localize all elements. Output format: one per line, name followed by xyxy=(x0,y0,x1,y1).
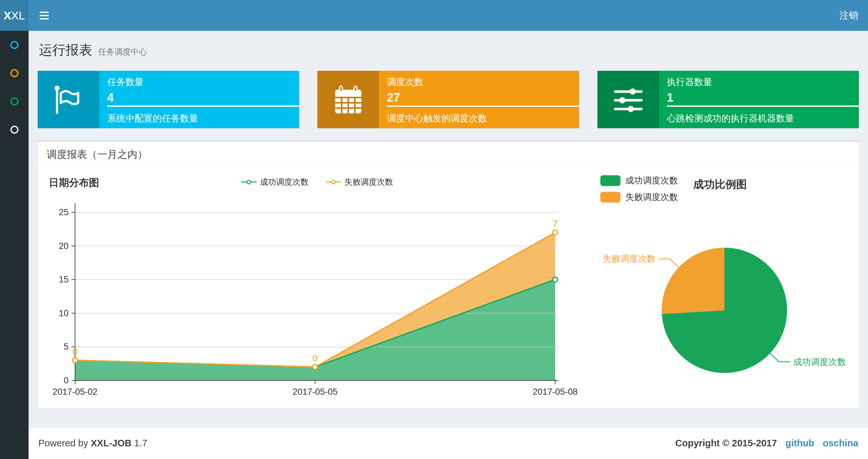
circle-icon xyxy=(10,41,19,49)
pie-slice-label: 失败调度次数 xyxy=(603,254,655,264)
legend-item[interactable]: 失败调度次数 xyxy=(600,191,678,203)
y-tick-label: 25 xyxy=(59,207,68,217)
sidebar-item[interactable] xyxy=(0,116,29,144)
footer: Powered by XXL-JOB 1.7 Copyright © 2015-… xyxy=(29,427,868,459)
pie-slice[interactable] xyxy=(662,248,724,314)
sidebar xyxy=(0,31,29,459)
product-name: XXL-JOB xyxy=(91,438,131,448)
fail-point-label: 0 xyxy=(312,353,318,363)
info-box-content: 任务数量4系统中配置的任务数量 xyxy=(99,71,299,128)
fail-point-label: 7 xyxy=(553,219,558,229)
info-box-label: 任务数量 xyxy=(107,76,299,88)
app-logo-bold: X xyxy=(4,9,11,22)
info-box: 执行器数量1心跳检测成功的执行器机器数量 xyxy=(597,71,859,128)
y-tick-label: 5 xyxy=(64,342,68,352)
circle-icon xyxy=(10,97,19,105)
circle-icon xyxy=(10,69,19,77)
app-logo[interactable]: XXL xyxy=(0,0,29,31)
sidebar-item[interactable] xyxy=(0,87,29,116)
info-box-value: 4 xyxy=(107,91,299,104)
report-panel-title: 调度报表（一月之内） xyxy=(47,148,148,161)
info-box-description: 心跳检测成功的执行器机器数量 xyxy=(667,112,794,125)
calendar-icon xyxy=(317,71,379,128)
pie-chart-canvas: 成功调度次数失败调度次数 xyxy=(590,167,860,408)
sliders-icon xyxy=(597,71,659,128)
hamburger-menu-icon[interactable] xyxy=(38,8,50,23)
legend-item[interactable]: 成功调度次数 xyxy=(241,176,309,187)
success-ratio-chart: 成功调度次数失败调度次数 成功比例图 成功调度次数失败调度次数 xyxy=(590,167,859,408)
app-logo-light: XL xyxy=(11,9,25,22)
copyright-text: Copyright © 2015-2017 xyxy=(675,438,777,448)
x-tick-label: 2017-05-02 xyxy=(53,387,97,397)
legend-item[interactable]: 失败调度次数 xyxy=(326,176,393,187)
powered-by-prefix: Powered by xyxy=(38,438,88,448)
legend-swatch-icon xyxy=(600,192,620,202)
page-subtitle: 任务调度中心 xyxy=(98,47,147,56)
legend-circle xyxy=(247,180,251,185)
x-tick-label: 2017-05-08 xyxy=(533,387,578,397)
navbar: 注销 xyxy=(29,0,868,31)
line-chart-canvas: 05101520252017-05-022017-05-052017-05-08… xyxy=(44,167,590,408)
line-chart-legend: 成功调度次数失败调度次数 xyxy=(44,176,590,187)
legend-label: 失败调度次数 xyxy=(344,176,393,187)
y-tick-label: 15 xyxy=(59,274,68,284)
sidebar-item[interactable] xyxy=(0,59,29,87)
legend-swatch-icon xyxy=(600,175,620,186)
info-box-description: 系统中配置的任务数量 xyxy=(107,112,198,125)
info-box-value: 1 xyxy=(667,91,859,104)
info-box-row: 任务数量4系统中配置的任务数量调度次数27调度中心触发的调度次数执行器数量1心跳… xyxy=(38,71,859,128)
date-distribution-chart: 日期分布图 成功调度次数失败调度次数 05101520252017-05-022… xyxy=(44,167,590,408)
page-title: 运行报表 xyxy=(39,42,92,58)
report-panel: 调度报表（一月之内） 日期分布图 成功调度次数失败调度次数 0510152025… xyxy=(38,140,859,409)
product-version: 1.7 xyxy=(134,438,147,448)
info-box-value: 27 xyxy=(387,91,579,104)
y-tick-label: 10 xyxy=(59,308,68,318)
legend-label: 失败调度次数 xyxy=(625,191,678,203)
oschina-link[interactable]: oschina xyxy=(823,438,858,448)
copyright-block: Copyright © 2015-2017 github oschina xyxy=(675,438,858,449)
info-box-content: 调度次数27调度中心触发的调度次数 xyxy=(379,71,579,128)
report-panel-header: 调度报表（一月之内） xyxy=(38,141,859,167)
fail-point[interactable] xyxy=(553,230,558,235)
pie-chart-legend: 成功调度次数失败调度次数 xyxy=(600,175,678,203)
pie-label-line xyxy=(659,259,679,267)
fail-point[interactable] xyxy=(313,364,318,369)
github-link[interactable]: github xyxy=(785,438,814,448)
success-point[interactable] xyxy=(553,277,558,282)
x-tick-label: 2017-05-05 xyxy=(293,387,338,397)
fail-point-label: 0 xyxy=(72,347,78,356)
info-box: 调度次数27调度中心触发的调度次数 xyxy=(317,71,579,128)
info-box-divider xyxy=(387,105,579,107)
line-circle-marker-icon xyxy=(326,179,341,185)
info-box-label: 执行器数量 xyxy=(667,76,859,88)
info-box-divider xyxy=(667,105,859,107)
y-tick-label: 0 xyxy=(64,375,68,385)
top-navbar: XXL 注销 xyxy=(0,0,868,31)
circle-icon xyxy=(10,126,19,134)
pie-label-line xyxy=(770,353,790,362)
pie-chart-title: 成功比例图 xyxy=(693,177,747,192)
info-box-label: 调度次数 xyxy=(387,76,579,88)
info-box: 任务数量4系统中配置的任务数量 xyxy=(38,71,299,128)
info-box-content: 执行器数量1心跳检测成功的执行器机器数量 xyxy=(659,71,859,128)
info-box-description: 调度中心触发的调度次数 xyxy=(387,112,487,125)
info-box-divider xyxy=(107,105,299,107)
legend-circle xyxy=(331,180,336,185)
fail-point[interactable] xyxy=(73,358,78,363)
legend-item[interactable]: 成功调度次数 xyxy=(600,175,678,186)
powered-by: Powered by XXL-JOB 1.7 xyxy=(38,438,147,449)
y-tick-label: 20 xyxy=(59,241,68,251)
flag-icon xyxy=(38,71,99,128)
page-header: 运行报表 任务调度中心 xyxy=(38,31,859,71)
legend-label: 成功调度次数 xyxy=(260,176,309,187)
pie-slice-label: 成功调度次数 xyxy=(793,357,846,367)
line-circle-marker-icon xyxy=(241,179,257,185)
sidebar-item[interactable] xyxy=(0,31,29,59)
report-panel-body: 日期分布图 成功调度次数失败调度次数 05101520252017-05-022… xyxy=(38,167,859,408)
logout-link[interactable]: 注销 xyxy=(839,9,858,22)
content-area: 运行报表 任务调度中心 任务数量4系统中配置的任务数量调度次数27调度中心触发的… xyxy=(29,31,868,427)
legend-label: 成功调度次数 xyxy=(625,175,678,186)
